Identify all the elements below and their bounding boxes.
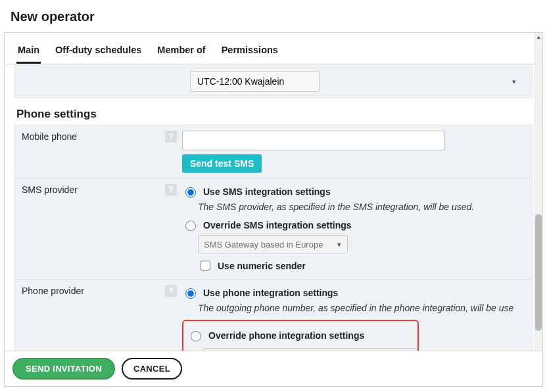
content-area: ▾ Phone settings Mobile phone ? Send tes… — [5, 64, 542, 381]
hint-phone-use-integration: The outgoing phone number, as specified … — [198, 303, 525, 313]
send-test-sms-button[interactable]: Send test SMS — [182, 154, 262, 173]
radio-sms-use-integration[interactable] — [185, 187, 196, 198]
section-title-phone-settings: Phone settings — [16, 108, 533, 121]
sms-override-select[interactable] — [198, 235, 348, 253]
timezone-select[interactable] — [190, 71, 320, 92]
label-mobile-phone: Mobile phone — [22, 131, 77, 142]
radio-sms-override[interactable] — [185, 221, 196, 231]
row-mobile-phone: Mobile phone ? Send test SMS — [14, 125, 533, 178]
label-sms-override: Override SMS integration settings — [203, 220, 352, 230]
dialog-footer: SEND INVITATION CANCEL — [5, 351, 542, 386]
label-sms-provider: SMS provider — [22, 185, 78, 195]
send-invitation-button[interactable]: SEND INVITATION — [12, 358, 115, 380]
tab-permissions[interactable]: Permissions — [220, 42, 279, 64]
tab-main[interactable]: Main — [16, 42, 41, 64]
help-icon[interactable]: ? — [165, 131, 177, 142]
tab-member-of[interactable]: Member of — [156, 42, 206, 64]
scrollbar-thumb[interactable] — [535, 214, 542, 331]
scrollbar-track[interactable]: ▴ ▾ — [535, 33, 542, 356]
radio-phone-override[interactable] — [191, 331, 201, 341]
mobile-phone-input[interactable] — [182, 131, 445, 150]
chevron-down-icon: ▾ — [512, 77, 516, 86]
dialog-panel: Main Off-duty schedules Member of Permis… — [4, 32, 543, 387]
row-sms-provider: SMS provider ? Use SMS integration setti… — [14, 178, 533, 279]
label-phone-use-integration: Use phone integration settings — [203, 288, 338, 298]
scroll-up-icon[interactable]: ▴ — [535, 33, 542, 41]
timezone-row: ▾ — [14, 64, 533, 98]
help-icon[interactable]: ? — [165, 184, 177, 196]
cancel-button[interactable]: CANCEL — [122, 358, 182, 380]
label-phone-provider: Phone provider — [22, 286, 84, 296]
hint-sms-use-integration: The SMS provider, as specified in the SM… — [198, 202, 525, 212]
checkbox-numeric-sender[interactable] — [201, 261, 210, 271]
tab-off-duty[interactable]: Off-duty schedules — [54, 42, 143, 64]
radio-phone-use-integration[interactable] — [185, 288, 196, 299]
tab-bar: Main Off-duty schedules Member of Permis… — [5, 33, 542, 64]
page-title: New operator — [0, 0, 547, 32]
help-icon[interactable]: ? — [165, 285, 177, 297]
label-phone-override: Override phone integration settings — [208, 330, 364, 341]
label-sms-use-integration: Use SMS integration settings — [203, 186, 331, 197]
label-numeric-sender: Use numeric sender — [218, 261, 306, 271]
